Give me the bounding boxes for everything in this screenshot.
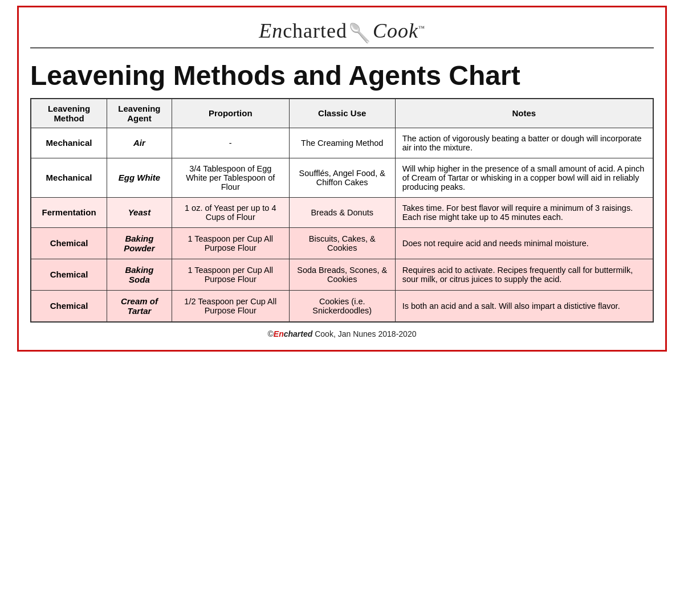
cell-proportion: - <box>172 128 289 158</box>
cell-agent: Cream of Tartar <box>107 290 172 322</box>
cell-method: Fermentation <box>31 197 107 227</box>
header-classic: Classic Use <box>289 99 395 128</box>
cell-proportion: 1 Teaspoon per Cup All Purpose Flour <box>172 227 289 259</box>
footer-rest: Cook, Jan Nunes 2018-2020 <box>312 329 416 338</box>
page-wrapper: Encharted🥄Cook™ Leavening Methods and Ag… <box>17 6 667 352</box>
cell-classic: Soda Breads, Scones, & Cookies <box>289 259 395 290</box>
header-proportion: Proportion <box>172 99 289 128</box>
table-row: ChemicalBaking Powder1 Teaspoon per Cup … <box>31 227 653 259</box>
cell-method: Chemical <box>31 259 107 290</box>
cell-agent: Baking Powder <box>107 227 172 259</box>
logo-en: En <box>259 19 283 42</box>
header-notes: Notes <box>395 99 653 128</box>
page-title: Leavening Methods and Agents Chart <box>30 53 654 98</box>
cell-classic: The Creaming Method <box>289 128 395 158</box>
cell-method: Chemical <box>31 227 107 259</box>
cell-proportion: 1 oz. of Yeast per up to 4 Cups of Flour <box>172 197 289 227</box>
logo: Encharted🥄Cook™ <box>259 19 425 42</box>
table-row: MechanicalAir-The Creaming MethodThe act… <box>31 128 653 158</box>
cell-agent: Yeast <box>107 197 172 227</box>
cell-method: Mechanical <box>31 128 107 158</box>
cell-method: Chemical <box>31 290 107 322</box>
logo-tm: ™ <box>418 25 425 31</box>
cell-proportion: 1/2 Teaspoon per Cup All Purpose Flour <box>172 290 289 322</box>
header-agent: Leavening Agent <box>107 99 172 128</box>
cell-notes: Will whip higher in the presence of a sm… <box>395 158 653 197</box>
cell-method: Mechanical <box>31 158 107 197</box>
cell-notes: Is both an acid and a salt. Will also im… <box>395 290 653 322</box>
logo-spoon-icon: 🥄 <box>348 22 372 44</box>
table-row: ChemicalCream of Tartar1/2 Teaspoon per … <box>31 290 653 322</box>
cell-classic: Soufflés, Angel Food, & Chiffon Cakes <box>289 158 395 197</box>
logo-charted: charted <box>283 19 347 42</box>
leavening-table: Leavening Method Leavening Agent Proport… <box>30 98 654 323</box>
header-method: Leavening Method <box>31 99 107 128</box>
cell-proportion: 1 Teaspoon per Cup All Purpose Flour <box>172 259 289 290</box>
cell-proportion: 3/4 Tablespoon of Egg White per Tablespo… <box>172 158 289 197</box>
cell-notes: Does not require acid and needs minimal … <box>395 227 653 259</box>
table-header-row: Leavening Method Leavening Agent Proport… <box>31 99 653 128</box>
cell-notes: Requires acid to activate. Recipes frequ… <box>395 259 653 290</box>
table-row: MechanicalEgg White3/4 Tablespoon of Egg… <box>31 158 653 197</box>
logo-cook: Cook <box>373 19 418 42</box>
footer: ©Encharted Cook, Jan Nunes 2018-2020 <box>30 323 654 338</box>
footer-en-red: En <box>274 329 284 338</box>
footer-brand: Encharted <box>274 329 312 338</box>
table-row: FermentationYeast1 oz. of Yeast per up t… <box>31 197 653 227</box>
cell-agent: Air <box>107 128 172 158</box>
cell-classic: Breads & Donuts <box>289 197 395 227</box>
cell-notes: The action of vigorously beating a batte… <box>395 128 653 158</box>
table-row: ChemicalBaking Soda1 Teaspoon per Cup Al… <box>31 259 653 290</box>
logo-area: Encharted🥄Cook™ <box>30 13 654 48</box>
cell-agent: Egg White <box>107 158 172 197</box>
cell-notes: Takes time. For best flavor will require… <box>395 197 653 227</box>
cell-agent: Baking Soda <box>107 259 172 290</box>
cell-classic: Cookies (i.e. Snickerdoodles) <box>289 290 395 322</box>
cell-classic: Biscuits, Cakes, & Cookies <box>289 227 395 259</box>
